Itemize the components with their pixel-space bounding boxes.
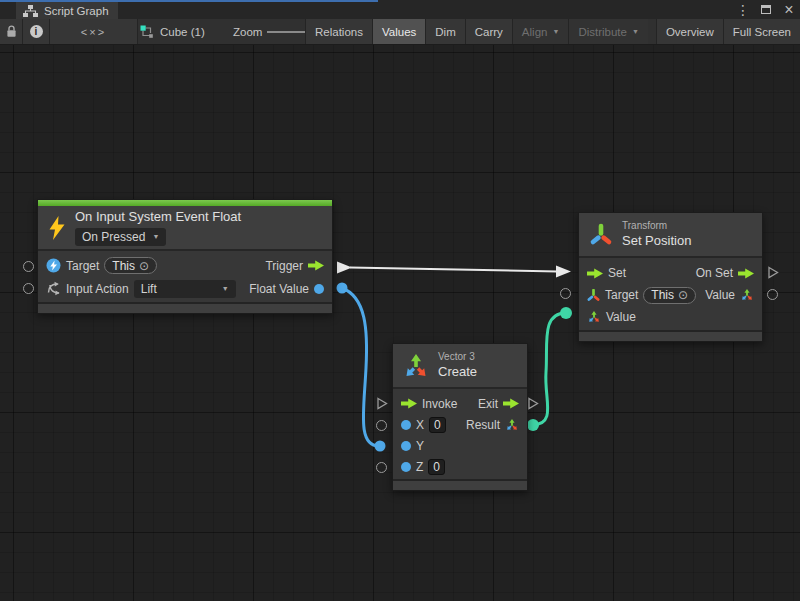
vector3-y-row: Y — [393, 435, 527, 456]
tab-title: Script Graph — [44, 5, 109, 17]
event-node-body: Target This ⊙ Trigger — [38, 251, 332, 302]
flow-arrow-icon[interactable] — [503, 398, 519, 409]
event-mode-dropdown[interactable]: On Pressed ▼ — [75, 228, 166, 246]
event-node-title: On Input System Event Float — [75, 209, 241, 226]
lightning-bolt-icon — [48, 216, 66, 240]
target-object-field[interactable]: This ⊙ — [104, 257, 157, 274]
vector3-node-title: Create — [438, 364, 477, 381]
graph-toolbar: i <×> Cube (1) Zoom 1x Relations Values … — [0, 19, 800, 45]
menu-dots-icon[interactable]: ⋮ — [736, 2, 750, 18]
window-controls: ⋮ × — [736, 0, 796, 19]
overview-button[interactable]: Overview — [656, 19, 723, 44]
vector3-icon — [403, 353, 429, 379]
script-graph-asset-icon — [140, 25, 154, 39]
transform-target-label: Target — [605, 288, 638, 302]
x-value-field[interactable]: 0 — [429, 417, 446, 433]
align-button[interactable]: Align▼ — [512, 19, 569, 44]
carry-button[interactable]: Carry — [465, 19, 512, 44]
input-system-event-icon — [46, 258, 61, 273]
y-label: Y — [416, 439, 424, 453]
vector3-node-footer — [393, 479, 527, 490]
transform-onset-output-port[interactable] — [767, 266, 779, 279]
transform-set-row: Set On Set — [579, 262, 762, 284]
z-port-icon[interactable] — [401, 462, 411, 472]
event-inputaction-input-port[interactable] — [23, 283, 34, 294]
vector3-mini-icon[interactable] — [740, 288, 754, 302]
trigger-port-label: Trigger — [265, 259, 303, 273]
vector3-x-row: X 0 Result — [393, 414, 527, 435]
set-port-label: Set — [608, 266, 626, 280]
values-button[interactable]: Values — [372, 19, 425, 44]
vector3-invoke-input-port[interactable] — [376, 397, 388, 410]
transform-node-category: Transform — [622, 219, 691, 233]
full-screen-button[interactable]: Full Screen — [723, 19, 800, 44]
y-port-icon[interactable] — [401, 441, 411, 451]
input-action-icon — [46, 281, 61, 296]
vector3-invoke-row: Invoke Exit — [393, 393, 527, 414]
float-value-port-icon[interactable] — [314, 284, 324, 294]
flow-arrow-icon[interactable] — [401, 398, 417, 409]
invoke-port-label: Invoke — [422, 397, 457, 411]
distribute-button[interactable]: Distribute▼ — [568, 19, 648, 44]
close-icon[interactable]: × — [782, 2, 796, 18]
vector3-mini-icon[interactable] — [587, 310, 601, 324]
tab-script-graph[interactable]: Script Graph — [16, 2, 118, 19]
transform-node-body: Set On Set Target — [579, 258, 762, 330]
edit-script-button[interactable]: <×> — [50, 19, 138, 44]
transform-target-field[interactable]: This ⊙ — [643, 287, 696, 304]
transform-icon — [589, 223, 613, 247]
transform-node-header: Transform Set Position — [579, 213, 762, 258]
input-action-dropdown[interactable]: Lift ▼ — [134, 280, 236, 298]
info-icon: i — [30, 25, 43, 38]
vector3-exit-output-port[interactable] — [527, 397, 539, 410]
value-in-port-label: Value — [606, 310, 636, 324]
flow-arrow-icon[interactable] — [308, 260, 324, 271]
transform-node-footer — [579, 330, 762, 341]
code-icon: <×> — [81, 26, 106, 38]
relations-button[interactable]: Relations — [305, 19, 372, 44]
transform-target-input-port[interactable] — [560, 288, 571, 299]
node-vector3-create[interactable]: Vector 3 Create Invoke Exit — [392, 343, 528, 491]
node-on-input-system-event-float[interactable]: On Input System Event Float On Pressed ▼… — [37, 199, 333, 314]
dim-button[interactable]: Dim — [425, 19, 464, 44]
chevron-down-icon: ▼ — [152, 233, 159, 240]
event-target-row: Target This ⊙ Trigger — [38, 254, 332, 277]
tab-bar: Script Graph ⋮ × — [0, 0, 800, 19]
flow-arrow-icon[interactable] — [738, 268, 754, 279]
toolbar-right-group: Relations Values Dim Carry Align▼ Distri… — [305, 19, 800, 44]
z-value-field[interactable]: 0 — [428, 459, 445, 475]
x-label: X — [416, 418, 424, 432]
transform-value-row: Value — [579, 306, 762, 328]
on-set-port-label: On Set — [696, 266, 733, 280]
transform-value-output-port[interactable] — [767, 289, 778, 300]
result-port-label: Result — [466, 418, 500, 432]
transform-mini-icon — [587, 289, 600, 302]
script-graph-window: Script Graph ⋮ × i <×> — [0, 0, 800, 601]
transform-target-row: Target This ⊙ Value — [579, 284, 762, 306]
event-target-input-port[interactable] — [23, 261, 34, 272]
vector3-z-input-port[interactable] — [376, 462, 387, 473]
event-node-header: On Input System Event Float On Pressed ▼ — [38, 206, 332, 251]
x-port-icon[interactable] — [401, 420, 411, 430]
maximize-icon[interactable] — [759, 2, 773, 18]
chevron-down-icon: ▼ — [632, 28, 639, 35]
flow-arrow-icon[interactable] — [587, 268, 603, 279]
event-node-footer — [38, 302, 332, 313]
chevron-down-icon: ▼ — [222, 285, 229, 292]
zoom-label: Zoom — [233, 19, 262, 44]
z-label: Z — [416, 460, 423, 474]
vector3-mini-icon[interactable] — [505, 418, 519, 432]
inspect-button[interactable]: i — [23, 19, 50, 44]
node-transform-set-position[interactable]: Transform Set Position Set On Set — [578, 212, 763, 342]
target-icon: ⊙ — [678, 289, 688, 301]
lock-button[interactable] — [0, 19, 23, 44]
vector3-x-input-port[interactable] — [376, 420, 387, 431]
value-out-port-label: Value — [705, 288, 735, 302]
target-label: Target — [66, 259, 99, 273]
graph-name: Cube (1) — [160, 26, 205, 38]
vector3-node-category: Vector 3 — [438, 350, 477, 364]
graph-breadcrumb[interactable]: Cube (1) — [140, 19, 205, 44]
lock-icon — [6, 25, 17, 38]
float-value-port-label: Float Value — [249, 282, 309, 296]
graph-hierarchy-icon — [23, 5, 38, 17]
